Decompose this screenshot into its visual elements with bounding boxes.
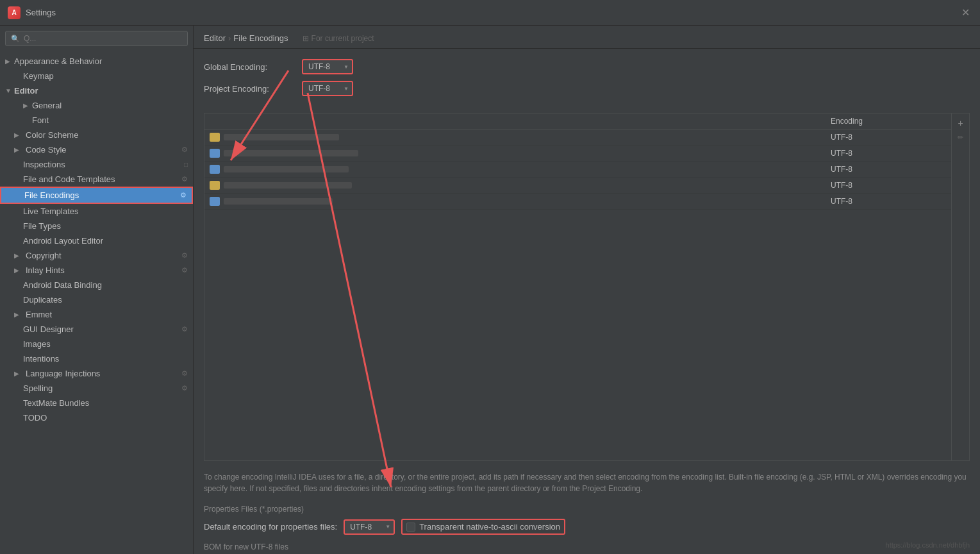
file-icon [210,149,220,158]
watermark: https://blog.csdn.net/dhbfjh [886,541,970,549]
table-actions: + ✏ [951,113,969,460]
sidebar-item-general[interactable]: ▶ General [0,98,193,113]
project-encoding-select-wrapper[interactable]: UTF-8 [302,81,353,96]
table-row[interactable]: UTF-8 [204,162,951,178]
sidebar-item-inlay-hints[interactable]: ▶ Inlay Hints ⚙ [0,263,193,278]
sidebar-item-label: Intentions [23,354,59,364]
folder-icon [210,133,220,142]
sidebar-item-label: TextMate Bundles [23,398,89,408]
sidebar-item-label: Live Templates [23,206,78,216]
sidebar-item-spelling[interactable]: Spelling ⚙ [0,381,193,396]
arrow-icon: ▶ [14,311,23,318]
sidebar-item-language-injections[interactable]: ▶ Language Injections ⚙ [0,366,193,381]
for-project: ⊞ For current project [303,34,374,43]
sidebar-item-label: Android Layout Editor [23,236,103,246]
arrow-icon: ▶ [14,131,23,138]
gear-icon: ⚙ [181,384,188,392]
gear-icon: ⚙ [181,325,188,333]
description-text: To change encoding IntelliJ IDEA uses fo… [204,471,970,494]
table-body: UTF-8 UTF-8 [204,130,951,460]
sidebar-item-label: Inlay Hints [26,265,65,275]
sidebar-item-intentions[interactable]: Intentions [0,351,193,366]
close-button[interactable]: ✕ [959,4,972,21]
app-icon: A [8,6,21,19]
arrow-icon: ▶ [14,252,23,259]
sidebar-item-appearance[interactable]: ▶ Appearance & Behavior [0,54,193,69]
sidebar-item-file-types[interactable]: File Types [0,219,193,233]
search-input[interactable] [24,34,182,43]
breadcrumb-parent: Editor [204,33,226,43]
encoding-settings: Global Encoding: UTF-8 Project Encoding:… [194,49,980,113]
project-encoding-select[interactable]: UTF-8 [302,81,353,96]
encoding-cell: UTF-8 [831,133,946,142]
sidebar-item-copyright[interactable]: ▶ Copyright ⚙ [0,248,193,263]
project-icon: ⊞ [303,34,309,43]
sidebar-item-file-and-code-templates[interactable]: File and Code Templates ⚙ [0,172,193,187]
gear-icon: ⚙ [181,175,188,183]
sidebar-item-label: File and Code Templates [23,174,115,184]
global-encoding-select[interactable]: UTF-8 [302,59,353,74]
sidebar-item-textmate-bundles[interactable]: TextMate Bundles [0,396,193,410]
arrow-icon: ▶ [5,58,14,65]
table-row[interactable]: UTF-8 [204,146,951,162]
sidebar-item-emmet[interactable]: ▶ Emmet [0,307,193,322]
sidebar-item-android-data-binding[interactable]: Android Data Binding [0,278,193,292]
gear-icon: ⚙ [181,251,188,260]
sidebar-item-label: Spelling [23,383,53,393]
sidebar-item-color-scheme[interactable]: ▶ Color Scheme [0,128,193,142]
sidebar-item-android-layout-editor[interactable]: Android Layout Editor [0,233,193,248]
table-header: Encoding [204,113,951,130]
global-encoding-select-wrapper[interactable]: UTF-8 [302,59,353,74]
sidebar-item-font[interactable]: Font [0,113,193,128]
sidebar: 🔍 ▶ Appearance & Behavior Keymap [0,26,194,554]
table-row[interactable]: UTF-8 [204,194,951,210]
sidebar-item-label: Language Injections [26,369,100,378]
content-area: Editor › File Encodings ⊞ For current pr… [194,26,980,554]
gear-icon: ⚙ [180,191,187,199]
sidebar-item-editor[interactable]: ▼ Editor [0,83,193,98]
breadcrumb-separator: › [228,33,231,43]
edit-row-button[interactable]: ✏ [955,131,966,144]
properties-encoding-select-wrapper[interactable]: UTF-8 [344,519,395,535]
sidebar-item-label: Keymap [23,71,54,81]
sidebar-item-duplicates[interactable]: Duplicates [0,292,193,307]
for-project-label: For current project [311,34,374,43]
transparent-conversion-checkbox[interactable] [406,523,415,532]
file-path [224,166,349,172]
file-table-container: Encoding UTF-8 [204,113,970,461]
file-cell [210,133,831,142]
properties-encoding-select[interactable]: UTF-8 [344,519,395,535]
sidebar-item-keymap[interactable]: Keymap [0,69,193,83]
sidebar-item-todo[interactable]: TODO [0,410,193,425]
file-cell [210,181,831,190]
window-title: Settings [26,8,959,17]
arrow-icon: ▶ [14,146,23,153]
project-encoding-label: Project Encoding: [204,84,297,94]
sidebar-item-file-encodings[interactable]: File Encodings ⚙ [0,187,193,204]
sidebar-item-label: Code Style [26,145,67,155]
sidebar-item-live-templates[interactable]: Live Templates [0,204,193,219]
search-icon: 🔍 [11,35,20,43]
sidebar-item-label: TODO [23,413,47,423]
sidebar-item-code-style[interactable]: ▶ Code Style ⚙ [0,142,193,157]
sidebar-item-label: Images [23,339,51,349]
gear-icon: □ [184,161,188,168]
sidebar-item-images[interactable]: Images [0,337,193,351]
bom-label: BOM for new UTF-8 files [204,542,288,551]
table-header-file [210,117,831,126]
sidebar-item-label: Editor [14,86,38,96]
search-box[interactable]: 🔍 [5,31,188,46]
file-cell [210,165,831,174]
properties-section: Properties Files (*.properties) Default … [194,499,980,540]
table-row[interactable]: UTF-8 [204,178,951,194]
sidebar-item-label: Android Data Binding [23,280,102,290]
sidebar-item-gui-designer[interactable]: GUI Designer ⚙ [0,322,193,337]
sidebar-item-inspections[interactable]: Inspections □ [0,157,193,172]
add-row-button[interactable]: + [955,116,965,130]
table-header-encoding: Encoding [831,117,946,126]
gear-icon: ⚙ [181,146,188,154]
transparent-conversion-wrapper[interactable]: Transparent native-to-ascii conversion [401,519,565,535]
table-row[interactable]: UTF-8 [204,130,951,146]
sidebar-item-label: Inspections [23,160,65,169]
file-icon [210,197,220,206]
